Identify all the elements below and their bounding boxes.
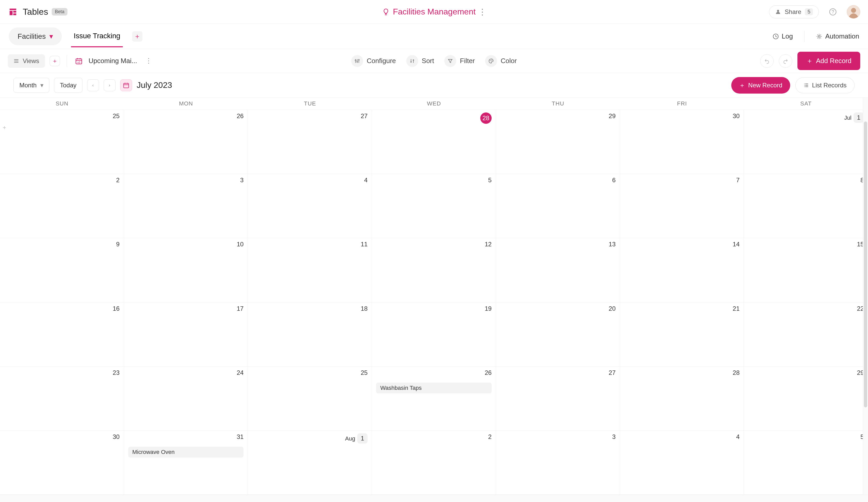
undo-button[interactable] <box>760 54 774 68</box>
filter-icon <box>444 55 456 67</box>
sort-icon <box>406 55 418 67</box>
calendar-day[interactable]: 18 <box>248 303 372 366</box>
view-name[interactable]: Upcoming Mai... <box>89 57 137 65</box>
calendar-day[interactable]: 30 <box>620 110 744 174</box>
calendar-day[interactable]: 28 <box>372 110 496 174</box>
day-number: 16 <box>113 305 120 312</box>
calendar-day[interactable]: 4 <box>620 431 744 494</box>
scrollbar-thumb[interactable] <box>864 122 867 407</box>
calendar-day[interactable]: 16 <box>0 303 124 366</box>
calendar-day[interactable]: 24 <box>124 367 248 430</box>
calendar-day[interactable]: 20 <box>496 303 620 366</box>
day-number: 30 <box>733 112 740 120</box>
calendar-event[interactable]: Microwave Oven <box>128 447 244 458</box>
calendar-day[interactable]: 2 <box>372 431 496 494</box>
add-tab-button[interactable]: ＋ <box>132 31 142 42</box>
calendar-day[interactable]: 25 <box>248 367 372 430</box>
calendar-day[interactable]: 26Washbasin Taps <box>372 367 496 430</box>
calendar-day[interactable]: 23 <box>0 367 124 430</box>
calendar-day[interactable]: 29 <box>744 367 868 430</box>
tab-issue-tracking[interactable]: Issue Tracking <box>71 25 123 47</box>
sort-button[interactable]: Sort <box>406 55 434 67</box>
calendar-day[interactable]: 28 <box>620 367 744 430</box>
horizontal-scrollbar[interactable] <box>0 495 868 502</box>
calendar-day[interactable]: Jul1 <box>744 110 868 174</box>
day-number: 25 <box>113 112 120 120</box>
calendar-day[interactable]: 30 <box>0 431 124 494</box>
calendar-day[interactable]: 4 <box>248 174 372 238</box>
next-month-button[interactable]: › <box>104 79 115 91</box>
today-button[interactable]: Today <box>54 78 82 93</box>
calendar-event[interactable]: Washbasin Taps <box>376 382 492 393</box>
chevron-left-icon: ‹ <box>92 83 94 88</box>
svg-point-11 <box>491 60 492 60</box>
help-icon[interactable]: ? <box>826 5 839 19</box>
calendar-day[interactable]: 9 <box>0 238 124 302</box>
day-number: Jul1 <box>844 112 864 123</box>
calendar-day[interactable]: Aug1 <box>248 431 372 494</box>
calendar-week: 16171819202122 <box>0 303 868 367</box>
calendar-day[interactable]: 26 <box>124 110 248 174</box>
day-number: 13 <box>609 240 616 248</box>
calendar-day[interactable]: 25 <box>0 110 124 174</box>
day-number: 4 <box>364 176 368 184</box>
log-button[interactable]: Log <box>772 32 793 40</box>
calendar-day[interactable]: 15 <box>744 238 868 302</box>
configure-button[interactable]: Configure <box>351 55 396 67</box>
workspace-menu-icon[interactable]: ⋮ <box>478 7 486 17</box>
add-record-button[interactable]: ＋ Add Record <box>797 52 860 70</box>
day-number: 10 <box>237 240 244 248</box>
calendar-day[interactable]: 3 <box>496 431 620 494</box>
add-row-icon[interactable]: ＋ <box>2 124 7 131</box>
svg-text:?: ? <box>831 9 834 14</box>
svg-point-8 <box>357 61 358 62</box>
calendar-mini-icon[interactable] <box>120 79 132 91</box>
calendar-day[interactable]: 7 <box>620 174 744 238</box>
calendar-day[interactable]: 5 <box>372 174 496 238</box>
calendar-day[interactable]: 8 <box>744 174 868 238</box>
calendar-day[interactable]: 17 <box>124 303 248 366</box>
palette-icon <box>485 55 497 67</box>
list-records-button[interactable]: List Records <box>795 77 855 93</box>
calendar-day[interactable]: 5 <box>744 431 868 494</box>
svg-point-9 <box>358 59 359 60</box>
day-number: 2 <box>488 433 492 440</box>
add-view-button[interactable]: ＋ <box>50 56 60 66</box>
calendar-day[interactable]: 14 <box>620 238 744 302</box>
plus-icon: ＋ <box>739 81 745 90</box>
day-number: 7 <box>736 176 740 184</box>
calendar-day[interactable]: 10 <box>124 238 248 302</box>
new-record-button[interactable]: ＋ New Record <box>731 77 790 94</box>
view-menu-icon[interactable]: ⋮ <box>142 57 156 65</box>
calendar-day[interactable]: 3 <box>124 174 248 238</box>
share-count: 5 <box>805 8 813 15</box>
plus-icon: ＋ <box>806 57 813 65</box>
share-button[interactable]: Share 5 <box>769 6 819 18</box>
calendar-day[interactable]: 27 <box>248 110 372 174</box>
calendar-day[interactable]: 6 <box>496 174 620 238</box>
workspace-title[interactable]: Facilities Management <box>393 7 476 17</box>
day-number: 14 <box>733 240 740 248</box>
calendar-day[interactable]: 21 <box>620 303 744 366</box>
calendar-day[interactable]: 27 <box>496 367 620 430</box>
redo-button[interactable] <box>779 54 792 68</box>
svg-point-2 <box>851 8 856 13</box>
color-button[interactable]: Color <box>485 55 517 67</box>
calendar-day[interactable]: 31Microwave Oven <box>124 431 248 494</box>
views-button[interactable]: Views <box>8 54 45 68</box>
calendar-day[interactable]: 2 <box>0 174 124 238</box>
today-label: Today <box>60 82 76 89</box>
filter-button[interactable]: Filter <box>444 55 475 67</box>
table-switcher[interactable]: Facilities ▾ <box>9 28 62 45</box>
calendar-day[interactable]: 29 <box>496 110 620 174</box>
vertical-scrollbar[interactable] <box>863 98 868 495</box>
calendar-day[interactable]: 11 <box>248 238 372 302</box>
avatar[interactable] <box>847 5 860 19</box>
calendar-day[interactable]: 22 <box>744 303 868 366</box>
prev-month-button[interactable]: ‹ <box>87 79 99 91</box>
calendar-day[interactable]: 19 <box>372 303 496 366</box>
range-selector[interactable]: Month ▾ <box>13 78 49 93</box>
automation-button[interactable]: Automation <box>816 32 859 40</box>
calendar-day[interactable]: 12 <box>372 238 496 302</box>
calendar-day[interactable]: 13 <box>496 238 620 302</box>
